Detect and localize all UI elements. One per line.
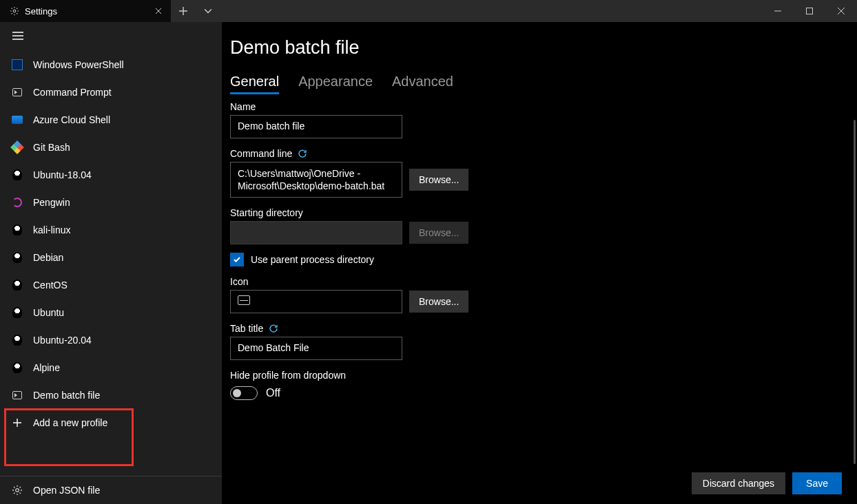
- scrollbar[interactable]: [854, 120, 856, 464]
- sidebar-item-centos[interactable]: CentOS: [0, 271, 222, 299]
- sidebar-item-label: Debian: [33, 252, 63, 263]
- tab-dropdown-button[interactable]: [196, 0, 220, 22]
- new-tab-button[interactable]: [171, 0, 196, 22]
- sidebar-item-label: Open JSON file: [33, 485, 100, 496]
- page-title: Demo batch file: [230, 37, 836, 59]
- use-parent-checkbox[interactable]: [230, 253, 244, 266]
- sidebar-item-ubuntu-1804[interactable]: Ubuntu-18.04: [0, 161, 222, 189]
- sidebar-item-add-new-profile[interactable]: Add a new profile: [0, 409, 222, 437]
- sidebar-item-label: Windows PowerShell: [33, 59, 124, 70]
- reset-icon[interactable]: [298, 149, 307, 158]
- powershell-icon: [11, 59, 23, 71]
- hide-profile-state: Off: [266, 387, 280, 399]
- sidebar-item-label: kali-linux: [33, 224, 70, 235]
- sidebar-item-azure[interactable]: Azure Cloud Shell: [0, 106, 222, 134]
- sidebar-item-label: Pengwin: [33, 197, 70, 208]
- sidebar-item-label: Ubuntu-18.04: [33, 169, 92, 180]
- plus-icon: [11, 417, 23, 429]
- tab-appearance[interactable]: Appearance: [298, 74, 373, 94]
- use-parent-label: Use parent process directory: [251, 254, 374, 265]
- hide-profile-toggle[interactable]: [230, 386, 258, 400]
- save-button[interactable]: Save: [792, 472, 842, 494]
- pengwin-icon: [11, 196, 23, 209]
- sidebar-item-command-prompt[interactable]: Command Prompt: [0, 78, 222, 106]
- sidebar-item-label: CentOS: [33, 280, 68, 291]
- window-maximize-button[interactable]: [794, 0, 825, 22]
- svg-rect-1: [807, 8, 813, 14]
- sidebar-item-label: Demo batch file: [33, 390, 100, 401]
- tab-general[interactable]: General: [230, 74, 279, 94]
- sidebar-item-alpine[interactable]: Alpine: [0, 354, 222, 381]
- commandline-label: Command line: [230, 148, 292, 159]
- sidebar-item-debian[interactable]: Debian: [0, 244, 222, 271]
- content-pane: Demo batch file General Appearance Advan…: [222, 22, 857, 504]
- commandline-input[interactable]: C:\Users\mattwoj\OneDrive - Microsoft\De…: [230, 162, 402, 198]
- icon-input[interactable]: [230, 290, 402, 313]
- tabtitle-label: Tab title: [230, 323, 263, 334]
- sidebar-item-powershell[interactable]: Windows PowerShell: [0, 51, 222, 78]
- hide-label: Hide profile from dropdown: [230, 370, 836, 381]
- tab-settings[interactable]: Settings: [0, 0, 171, 22]
- sidebar-item-label: Command Prompt: [33, 87, 112, 98]
- sidebar-item-label: Ubuntu: [33, 307, 64, 318]
- sidebar-item-label: Add a new profile: [33, 417, 107, 428]
- commandline-browse-button[interactable]: Browse...: [409, 169, 468, 191]
- tabtitle-input[interactable]: Demo Batch File: [230, 337, 402, 360]
- git-bash-icon: [11, 141, 23, 154]
- titlebar: Settings: [0, 0, 857, 22]
- tab-label: Settings: [25, 6, 147, 17]
- cmd-icon: [11, 86, 23, 98]
- gear-icon: [10, 6, 19, 16]
- discard-changes-button[interactable]: Discard changes: [692, 472, 785, 494]
- reset-icon[interactable]: [269, 324, 278, 333]
- name-input[interactable]: Demo batch file: [230, 115, 402, 138]
- sidebar-item-git-bash[interactable]: Git Bash: [0, 134, 222, 161]
- svg-point-2: [16, 489, 19, 492]
- cmd-icon: [11, 389, 23, 401]
- startdir-browse-button: Browse...: [409, 222, 468, 244]
- tab-advanced[interactable]: Advanced: [392, 74, 453, 94]
- gear-icon: [11, 484, 23, 496]
- icon-browse-button[interactable]: Browse...: [409, 291, 468, 313]
- azure-icon: [11, 114, 23, 126]
- sidebar-item-label: Azure Cloud Shell: [33, 114, 110, 125]
- tux-icon: [11, 334, 23, 346]
- name-label: Name: [230, 101, 836, 112]
- icon-label: Icon: [230, 276, 836, 287]
- window-close-button[interactable]: [825, 0, 857, 22]
- sidebar-item-label: Git Bash: [33, 142, 70, 153]
- tux-icon: [11, 279, 23, 291]
- sidebar-item-open-json[interactable]: Open JSON file: [0, 476, 222, 504]
- sidebar: Windows PowerShell Command Prompt Azure …: [0, 22, 222, 504]
- tux-icon: [11, 361, 23, 374]
- window-minimize-button[interactable]: [762, 0, 794, 22]
- sidebar-item-label: Alpine: [33, 362, 60, 373]
- sidebar-item-ubuntu-2004[interactable]: Ubuntu-20.04: [0, 326, 222, 354]
- sidebar-item-ubuntu[interactable]: Ubuntu: [0, 299, 222, 326]
- tux-icon: [11, 251, 23, 264]
- tux-icon: [11, 169, 23, 181]
- startdir-label: Starting directory: [230, 207, 836, 218]
- startdir-input: [230, 221, 402, 244]
- close-tab-icon[interactable]: [153, 6, 164, 17]
- sidebar-item-kali[interactable]: kali-linux: [0, 216, 222, 244]
- svg-point-0: [13, 10, 16, 12]
- sidebar-item-label: Ubuntu-20.04: [33, 335, 92, 346]
- console-icon: [238, 295, 250, 305]
- profile-tabs: General Appearance Advanced: [230, 74, 836, 94]
- tux-icon: [11, 306, 23, 319]
- nav-hamburger-button[interactable]: [0, 22, 222, 47]
- sidebar-item-pengwin[interactable]: Pengwin: [0, 189, 222, 216]
- sidebar-item-demo-batch[interactable]: Demo batch file: [0, 381, 222, 409]
- tux-icon: [11, 224, 23, 236]
